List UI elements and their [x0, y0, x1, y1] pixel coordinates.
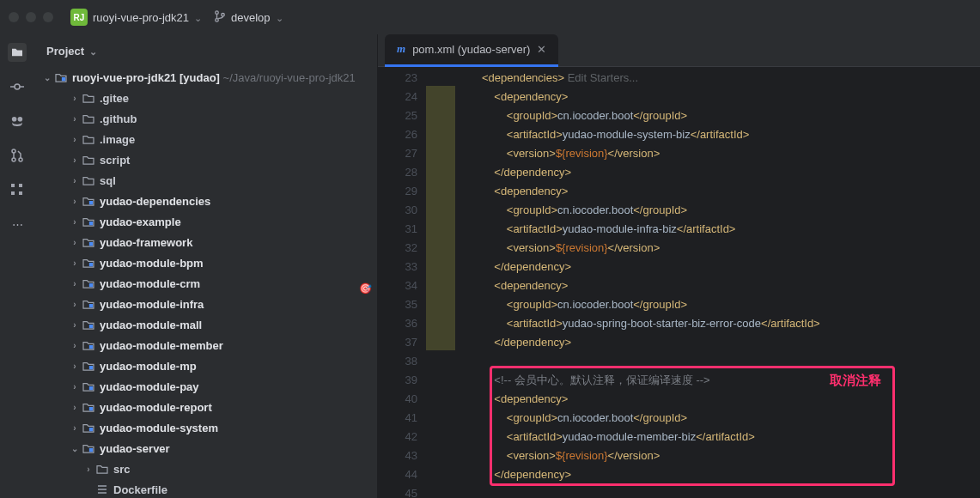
svg-point-1 [216, 18, 219, 21]
chevron-down-icon [276, 11, 283, 24]
title-bar: RJ ruoyi-vue-pro-jdk21 develop [0, 0, 980, 34]
tree-root[interactable]: ⌄ ruoyi-vue-pro-jdk21 [yudao] ~/Java/ruo… [34, 67, 377, 88]
tree-item-Dockerfile[interactable]: Dockerfile [34, 479, 377, 498]
code-text[interactable]: 取消注释 <dependencies> Edit Starters... <de… [455, 67, 980, 498]
project-panel: Project ⌄ ruoyi-vue-pro-jdk21 [yudao] ~/… [34, 34, 378, 498]
svg-rect-14 [89, 201, 93, 204]
annotation-label: 取消注释 [830, 373, 881, 389]
tree-item-yudao-module-infra[interactable]: ›yudao-module-infra [34, 294, 377, 314]
tree-item-yudao-dependencies[interactable]: ›yudao-dependencies [34, 191, 377, 211]
svg-point-5 [18, 117, 23, 122]
tree-item-.gitee[interactable]: ›.gitee [34, 88, 377, 108]
close-icon[interactable]: ✕ [537, 43, 546, 56]
project-name: ruoyi-vue-pro-jdk21 [93, 11, 189, 24]
max-dot[interactable] [43, 12, 53, 22]
project-panel-header[interactable]: Project [34, 34, 377, 67]
tree-item-yudao-module-crm[interactable]: ›yudao-module-crm [34, 273, 377, 294]
tree-item-yudao-module-report[interactable]: ›yudao-module-report [34, 397, 377, 417]
svg-rect-19 [89, 304, 93, 307]
svg-rect-25 [89, 428, 93, 431]
svg-rect-12 [19, 191, 22, 195]
svg-rect-17 [89, 263, 93, 266]
svg-rect-10 [11, 191, 15, 195]
chevron-down-icon [194, 11, 202, 24]
tree-item-yudao-server[interactable]: ⌄yudao-server [34, 438, 377, 459]
svg-rect-13 [62, 77, 65, 81]
svg-rect-23 [89, 386, 93, 390]
svg-rect-9 [11, 184, 15, 187]
svg-rect-18 [89, 283, 93, 287]
tree-item-.image[interactable]: ›.image [34, 129, 377, 149]
branch-name: develop [231, 11, 271, 24]
svg-point-2 [222, 13, 225, 16]
svg-point-0 [216, 10, 219, 14]
svg-rect-11 [19, 184, 22, 187]
svg-rect-20 [89, 325, 93, 328]
editor-tab[interactable]: m pom.xml (yudao-server) ✕ [385, 34, 558, 67]
commit-tool-icon[interactable] [8, 77, 27, 96]
branch-selector[interactable]: develop [214, 10, 283, 25]
project-badge: RJ [70, 9, 88, 26]
svg-rect-15 [89, 222, 93, 225]
tree-item-yudao-module-pay[interactable]: ›yudao-module-pay [34, 376, 377, 397]
min-dot[interactable] [26, 12, 36, 22]
copilot-tool-icon[interactable] [8, 112, 27, 131]
svg-point-3 [15, 84, 20, 89]
tool-strip: ⋯ [0, 34, 34, 498]
tree-item-sql[interactable]: ›sql [34, 170, 377, 191]
tree-item-.github[interactable]: ›.github [34, 108, 377, 129]
line-gutter: 2324252627282930313233🎯34353637383940414… [378, 67, 426, 498]
chevron-down-icon [89, 45, 97, 58]
tree-item-yudao-example[interactable]: ›yudao-example [34, 211, 377, 232]
tree-item-yudao-module-mp[interactable]: ›yudao-module-mp [34, 355, 377, 376]
panel-title: Project [46, 45, 84, 58]
branch-icon [214, 10, 226, 25]
code-area[interactable]: 2324252627282930313233🎯34353637383940414… [378, 67, 980, 498]
window-controls [9, 12, 53, 22]
close-dot[interactable] [9, 12, 19, 22]
svg-rect-21 [89, 345, 93, 349]
pr-tool-icon[interactable] [8, 146, 27, 165]
project-tree[interactable]: ⌄ ruoyi-vue-pro-jdk21 [yudao] ~/Java/ruo… [34, 67, 377, 498]
tree-item-src[interactable]: ›src [34, 459, 377, 479]
svg-rect-22 [89, 366, 93, 369]
svg-rect-26 [89, 448, 93, 452]
tree-item-yudao-framework[interactable]: ›yudao-framework [34, 232, 377, 252]
svg-point-7 [12, 158, 15, 161]
tree-item-yudao-module-system[interactable]: ›yudao-module-system [34, 417, 377, 438]
more-tool-icon[interactable]: ⋯ [8, 215, 27, 234]
change-stripe [426, 67, 455, 498]
svg-rect-24 [89, 407, 93, 410]
structure-tool-icon[interactable] [8, 180, 27, 199]
svg-point-6 [12, 149, 15, 153]
tree-item-script[interactable]: ›script [34, 149, 377, 170]
tab-label: pom.xml (yudao-server) [412, 43, 530, 56]
project-tool-icon[interactable] [8, 43, 27, 62]
editor-area: m pom.xml (yudao-server) ✕ 2324252627282… [378, 34, 980, 498]
project-selector[interactable]: RJ ruoyi-vue-pro-jdk21 [70, 9, 202, 26]
editor-tab-bar: m pom.xml (yudao-server) ✕ [378, 34, 980, 67]
tree-item-yudao-module-bpm[interactable]: ›yudao-module-bpm [34, 252, 377, 273]
tree-item-yudao-module-member[interactable]: ›yudao-module-member [34, 335, 377, 355]
svg-point-4 [12, 117, 17, 122]
svg-point-8 [19, 158, 22, 161]
svg-rect-16 [89, 242, 93, 246]
maven-file-icon: m [397, 42, 405, 56]
tree-item-yudao-module-mall[interactable]: ›yudao-module-mall [34, 314, 377, 335]
